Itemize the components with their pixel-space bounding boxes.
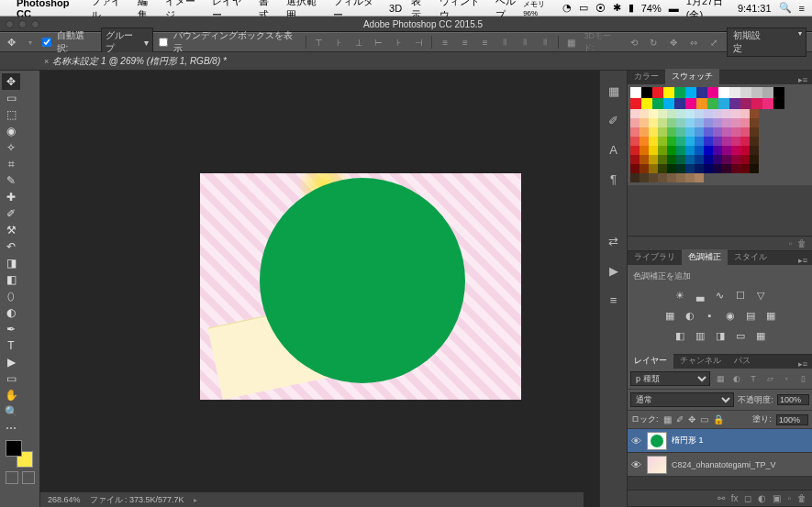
swatch[interactable] — [695, 146, 704, 155]
swatch[interactable] — [704, 137, 713, 146]
new-group-icon[interactable]: ▣ — [773, 493, 781, 503]
swatch[interactable] — [630, 98, 641, 109]
swatch[interactable] — [630, 137, 640, 146]
swatch[interactable] — [652, 87, 663, 98]
align-bottom-icon[interactable]: ⊥ — [351, 35, 366, 50]
swatch[interactable] — [773, 87, 784, 98]
swatch[interactable] — [676, 118, 685, 127]
hue-sat-icon[interactable]: ▦ — [662, 308, 677, 323]
swatch[interactable] — [667, 127, 676, 137]
swatch[interactable] — [695, 118, 704, 127]
swatch[interactable] — [649, 173, 658, 182]
close-tab-icon[interactable]: × — [44, 57, 49, 66]
clone-stamp-tool[interactable]: ⚒ — [2, 222, 20, 238]
swatch[interactable] — [713, 164, 722, 173]
swatch[interactable] — [713, 146, 722, 155]
swatch[interactable] — [740, 155, 750, 164]
swatch[interactable] — [676, 164, 685, 173]
zoom-tool[interactable]: 🔍 — [2, 403, 20, 420]
swatch[interactable] — [713, 137, 722, 146]
swatch[interactable] — [649, 146, 658, 155]
swatch[interactable] — [649, 137, 658, 146]
paragraph-panel-icon[interactable]: ¶ — [606, 171, 621, 186]
filter-shape-icon[interactable]: ▱ — [763, 373, 776, 384]
swatch[interactable] — [722, 146, 731, 155]
posterize-icon[interactable]: ▥ — [693, 328, 707, 343]
layer-name[interactable]: 楕円形 1 — [672, 435, 704, 446]
align-left-icon[interactable]: ⊢ — [372, 35, 386, 50]
quick-mask-button[interactable] — [6, 471, 18, 484]
photo-filter-icon[interactable]: ◉ — [723, 308, 738, 323]
brightness-icon[interactable]: ☀ — [673, 288, 687, 303]
swatch[interactable] — [685, 98, 696, 109]
swatch[interactable] — [731, 127, 740, 137]
swatch[interactable] — [751, 87, 762, 98]
swatch[interactable] — [649, 109, 658, 118]
swatch[interactable] — [630, 109, 640, 118]
zoom-level[interactable]: 268.64% — [48, 495, 81, 504]
swatch[interactable] — [750, 146, 759, 155]
swatch[interactable] — [740, 146, 750, 155]
tab-paths[interactable]: パス — [728, 353, 757, 369]
invert-icon[interactable]: ◧ — [673, 328, 687, 343]
path-select-tool[interactable]: ▶ — [2, 354, 20, 370]
layer-row[interactable]: 👁 楕円形 1 — [628, 429, 812, 453]
shape-tool[interactable]: ▭ — [2, 370, 20, 387]
visibility-toggle-icon[interactable]: 👁 — [631, 435, 642, 446]
brushes-panel-icon[interactable]: ✐ — [606, 113, 621, 127]
close-window-button[interactable] — [6, 20, 14, 28]
swatch[interactable] — [695, 164, 704, 173]
swatch[interactable] — [676, 137, 685, 146]
swatch[interactable] — [707, 87, 718, 98]
swatch[interactable] — [674, 98, 685, 109]
healing-brush-tool[interactable]: ✚ — [2, 189, 20, 205]
swatch[interactable] — [630, 155, 640, 164]
slide-3d-icon[interactable]: ⇔ — [686, 35, 701, 50]
align-right-icon[interactable]: ⊣ — [411, 35, 426, 50]
swatch[interactable] — [707, 98, 718, 109]
document-tab[interactable]: × 名称未設定 1 @ 269% (楕円形 1, RGB/8) * — [37, 52, 234, 71]
swatch[interactable] — [718, 87, 729, 98]
swatch[interactable] — [640, 118, 649, 127]
brush-tool[interactable]: ✐ — [2, 205, 20, 222]
scale-3d-icon[interactable]: ⤢ — [706, 35, 721, 50]
swatch[interactable] — [695, 127, 704, 137]
panel-menu-icon[interactable]: ▸≡ — [794, 359, 812, 369]
menu-3d[interactable]: 3D — [389, 3, 402, 14]
swatch[interactable] — [658, 137, 667, 146]
zoom-window-button[interactable] — [31, 20, 39, 28]
swatch[interactable] — [685, 173, 695, 182]
tab-library[interactable]: ライブラリ — [628, 249, 682, 265]
swatch[interactable] — [731, 109, 740, 118]
tab-color[interactable]: カラー — [628, 69, 665, 84]
swatch[interactable] — [685, 109, 695, 118]
edit-toolbar-button[interactable]: ⋯ — [2, 420, 20, 436]
filter-type-icon[interactable]: T — [747, 373, 760, 384]
swatch[interactable] — [641, 98, 652, 109]
ellipse-shape[interactable] — [260, 178, 465, 383]
swatch[interactable] — [649, 155, 658, 164]
magic-wand-tool[interactable]: ✧ — [2, 139, 20, 156]
marquee-tool[interactable]: ⬚ — [2, 106, 20, 123]
swatch[interactable] — [695, 173, 704, 182]
lock-artboard-icon[interactable]: ▭ — [700, 414, 708, 424]
eraser-tool[interactable]: ◨ — [2, 255, 20, 271]
move-tool[interactable]: ✥ — [2, 73, 20, 90]
swatch[interactable] — [731, 137, 740, 146]
swatch[interactable] — [649, 118, 658, 127]
lock-paint-icon[interactable]: ✐ — [676, 414, 684, 424]
gradient-map-icon[interactable]: ▭ — [733, 328, 748, 343]
layer-row[interactable]: 👁 C824_ohanatotegami_TP_V — [628, 453, 812, 477]
character-panel-icon[interactable]: A — [606, 142, 621, 157]
swatch[interactable] — [658, 118, 667, 127]
swatch[interactable] — [731, 155, 740, 164]
swatch[interactable] — [731, 164, 740, 173]
swatch[interactable] — [658, 146, 667, 155]
roll-3d-icon[interactable]: ↻ — [647, 35, 662, 50]
swatch[interactable] — [685, 146, 695, 155]
selective-color-icon[interactable]: ▦ — [753, 328, 768, 343]
swatch[interactable] — [713, 155, 722, 164]
pen-tool[interactable]: ✒ — [2, 321, 20, 337]
tab-swatches[interactable]: スウォッチ — [665, 69, 719, 84]
swatch[interactable] — [750, 155, 759, 164]
